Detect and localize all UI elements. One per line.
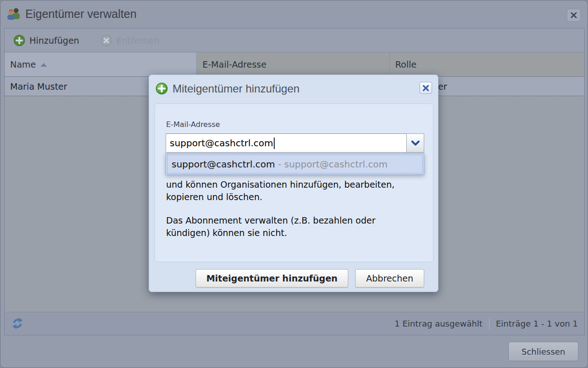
grid-header: Name E-Mail-Adresse Rolle: [5, 52, 584, 76]
refresh-icon[interactable]: [11, 317, 24, 330]
suggestion-email: support@cashctrl.com: [172, 159, 275, 170]
status-range: Einträge 1 - 1 von 1: [496, 319, 578, 328]
email-field-label: E-Mail-Adresse: [166, 120, 220, 129]
email-suggestion-list: support@cashctrl.com - support@cashctrl.…: [166, 153, 424, 175]
x-circle-icon: [100, 34, 112, 46]
email-combo-trigger[interactable]: [407, 133, 424, 153]
owners-window: Eigentümer verwalten Hinzufügen Entferne…: [0, 0, 588, 368]
chevron-down-icon: [411, 140, 420, 146]
plus-circle-icon: [156, 82, 168, 95]
page-title: Eigentümer verwalten: [25, 7, 137, 21]
suggestion-detail: support@cashctrl.com: [284, 159, 388, 170]
dialog-close-button[interactable]: [420, 82, 432, 94]
add-owner-button[interactable]: Hinzufügen: [10, 31, 86, 50]
add-co-owner-dialog: Miteigentümer hinzufügen E-Mail-Adresse …: [149, 75, 438, 292]
remove-owner-label: Entfernen: [116, 35, 159, 46]
status-selected: 1 Eintrag ausgewählt: [395, 319, 483, 328]
email-input-value: support@cashctrl.com: [170, 138, 273, 149]
close-icon: [422, 85, 429, 92]
column-header-email[interactable]: E-Mail-Adresse: [197, 52, 390, 76]
email-input[interactable]: support@cashctrl.com: [166, 133, 407, 153]
close-window-button[interactable]: Schliessen: [508, 342, 578, 361]
status-separator: [489, 318, 490, 329]
grid-toolbar: Hinzufügen Entfernen: [5, 29, 584, 52]
grid-status-bar: 1 Eintrag ausgewählt Einträge 1 - 1 von …: [5, 312, 584, 335]
cancel-button[interactable]: Abbrechen: [355, 269, 424, 288]
close-icon: [571, 12, 577, 18]
window-close-button[interactable]: [567, 9, 581, 22]
people-icon: [6, 7, 22, 22]
add-co-owner-submit-button[interactable]: Miteigentümer hinzufügen: [196, 269, 348, 288]
dialog-info-text-1: und können Organisationen hinzufügen, be…: [166, 178, 395, 203]
sort-asc-icon: [40, 63, 47, 67]
dialog-info-text-2: Das Abonnement verwalten (z.B. bezahlen …: [166, 214, 375, 239]
suggestion-separator: -: [275, 159, 284, 170]
dialog-title: Miteigentümer hinzufügen: [173, 82, 300, 95]
column-header-name[interactable]: Name: [5, 52, 197, 76]
plus-circle-icon: [13, 34, 25, 46]
remove-owner-button: Entfernen: [97, 31, 166, 50]
column-header-role[interactable]: Rolle: [390, 52, 584, 76]
window-titlebar: Eigentümer verwalten: [0, 0, 588, 28]
text-caret: [274, 138, 275, 149]
email-suggestion-item[interactable]: support@cashctrl.com - support@cashctrl.…: [167, 155, 423, 173]
status-texts: 1 Eintrag ausgewählt Einträge 1 - 1 von …: [395, 312, 578, 335]
add-owner-label: Hinzufügen: [29, 35, 79, 46]
